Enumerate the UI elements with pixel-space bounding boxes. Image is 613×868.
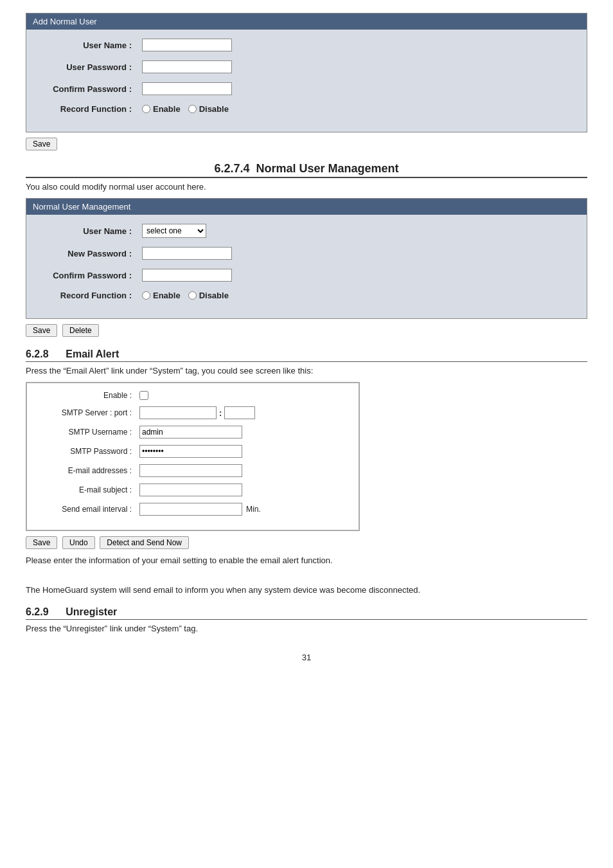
record-enable-radio[interactable] [142,105,150,113]
normal-user-mgmt-header: Normal User Management [26,199,587,215]
email-subject-input[interactable] [139,484,242,496]
section-627-number: 6.2.7.4 [214,162,249,175]
user-name-input[interactable] [142,39,232,51]
mgmt-save-button[interactable]: Save [26,324,57,337]
smtp-colon: : [219,408,222,418]
mgmt-user-name-row: User Name : select one [39,224,574,238]
email-alert-buttons-row: Save Undo Detect and Send Now [26,536,587,549]
normal-user-mgmt-body: User Name : select one New Password : Co… [26,215,587,318]
email-addresses-input[interactable] [139,464,242,477]
section-628-title: 6.2.8 Email Alert [26,348,119,360]
add-normal-user-title: Add Normal User [33,17,97,26]
section-629-heading: 6.2.9 Unregister [26,606,587,620]
confirm-password-input[interactable] [142,82,232,95]
add-normal-user-body: User Name : User Password : Confirm Pass… [26,30,587,132]
confirm-password-label: Confirm Password : [39,84,142,94]
section-629-number: 6.2.9 [26,606,49,617]
smtp-password-label: SMTP Password : [40,447,139,456]
mgmt-confirm-password-row: Confirm Password : [39,269,574,282]
mgmt-record-enable-radio[interactable] [142,291,150,300]
mgmt-new-password-label: New Password : [39,249,142,258]
email-enable-row: Enable : [40,391,346,400]
section-627-heading: 6.2.7.4 Normal User Management [26,162,587,178]
mgmt-buttons-row: Save Delete [26,324,587,337]
smtp-port-input[interactable] [224,406,255,419]
section-627-desc: You also could modify normal user accoun… [26,182,587,192]
section-628-desc: Press the “Email Alert” link under “Syst… [26,366,587,375]
record-function-label: Record Function : [39,104,142,114]
mgmt-record-function-label: Record Function : [39,291,142,300]
email-subject-row: E-mail subject : [40,484,346,496]
smtp-server-row: SMTP Server : port : : [40,406,346,419]
mgmt-record-disable-radio[interactable] [188,291,197,300]
record-disable-radio[interactable] [188,105,197,113]
mgmt-new-password-row: New Password : [39,247,574,260]
mgmt-delete-button[interactable]: Delete [62,324,99,337]
section-629-title: 6.2.9 Unregister [26,606,117,618]
normal-user-mgmt-title: Normal User Management [33,202,130,212]
section-628-number: 6.2.8 [26,348,49,359]
interval-unit: Min. [246,505,261,514]
send-interval-inputs: Min. [139,503,261,516]
mgmt-user-name-label: User Name : [39,226,142,236]
smtp-username-input[interactable] [139,426,242,439]
email-save-button[interactable]: Save [26,536,57,549]
email-note2: The HomeGuard system will send email to … [26,585,587,595]
smtp-server-input[interactable] [139,406,217,419]
smtp-server-label: SMTP Server : port : [40,408,139,417]
section-629-title-text: Unregister [66,606,117,617]
user-password-input[interactable] [142,60,232,73]
send-interval-label: Send email interval : [40,505,139,514]
confirm-password-row: Confirm Password : [39,82,574,95]
add-normal-user-header: Add Normal User [26,14,587,30]
section-627-title-text: Normal User Management [256,162,398,175]
record-function-radios: Enable Disable [142,104,234,114]
email-addresses-label: E-mail addresses : [40,466,139,475]
mgmt-record-function-row: Record Function : Enable Disable [39,291,574,300]
send-interval-input[interactable] [139,503,242,516]
email-undo-button[interactable]: Undo [62,536,95,549]
user-password-row: User Password : [39,60,574,73]
mgmt-confirm-password-label: Confirm Password : [39,271,142,280]
normal-user-mgmt-panel: Normal User Management User Name : selec… [26,198,587,319]
mgmt-record-disable-label: Disable [199,291,229,300]
user-name-label: User Name : [39,41,142,50]
mgmt-record-function-radios: Enable Disable [142,291,234,300]
mgmt-confirm-password-input[interactable] [142,269,232,282]
email-enable-checkbox[interactable] [139,391,148,400]
email-subject-label: E-mail subject : [40,485,139,494]
add-normal-user-panel: Add Normal User User Name : User Passwor… [26,13,587,132]
email-alert-body: Enable : SMTP Server : port : : SMTP Use… [26,383,359,530]
user-name-row: User Name : [39,39,574,51]
email-detect-send-button[interactable]: Detect and Send Now [100,536,189,549]
smtp-username-row: SMTP Username : [40,426,346,439]
email-alert-panel: Enable : SMTP Server : port : : SMTP Use… [26,382,360,531]
add-user-save-row: Save [26,138,587,150]
page-number: 31 [26,653,587,662]
mgmt-record-enable-label: Enable [153,291,181,300]
record-function-row: Record Function : Enable Disable [39,104,574,114]
section-628-title-text: Email Alert [66,348,119,359]
section-627-title: 6.2.7.4 Normal User Management [26,162,587,176]
mgmt-user-name-select[interactable]: select one [142,224,206,238]
user-password-label: User Password : [39,62,142,72]
email-enable-label: Enable : [40,391,139,400]
mgmt-new-password-input[interactable] [142,247,232,260]
email-addresses-row: E-mail addresses : [40,464,346,477]
send-interval-row: Send email interval : Min. [40,503,346,516]
smtp-server-port-inputs: : [139,406,255,419]
smtp-username-label: SMTP Username : [40,428,139,437]
section-629-desc: Press the “Unregister” link under “Syste… [26,624,587,633]
smtp-password-input[interactable] [139,445,242,458]
email-note1: Please enter the information of your ema… [26,556,587,565]
section-628-heading: 6.2.8 Email Alert [26,348,587,362]
record-disable-label: Disable [199,104,229,114]
add-user-save-button[interactable]: Save [26,138,57,150]
smtp-password-row: SMTP Password : [40,445,346,458]
record-enable-label: Enable [153,104,181,114]
